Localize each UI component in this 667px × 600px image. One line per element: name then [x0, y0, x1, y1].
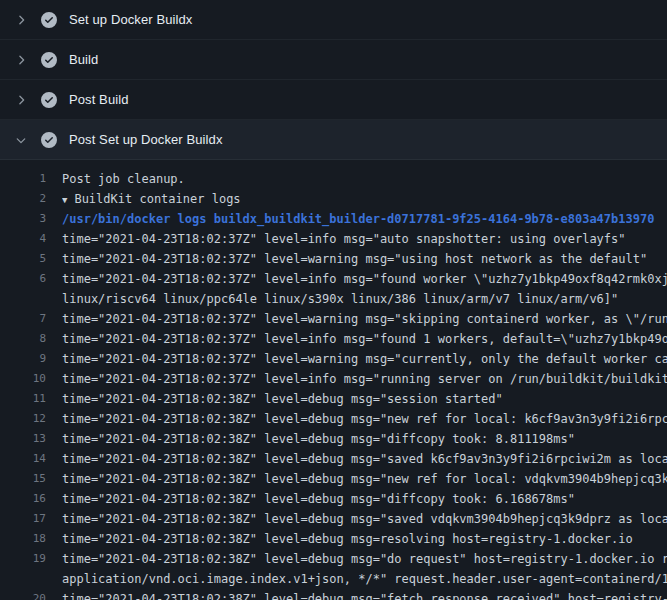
- log-line-number[interactable]: 10: [0, 369, 46, 389]
- log-line-number[interactable]: [0, 569, 46, 589]
- log-line: 1 Post job cleanup.: [0, 169, 667, 189]
- log-line: application/vnd.oci.image.index.v1+json,…: [0, 569, 667, 589]
- success-check-circle-icon: [41, 12, 57, 28]
- log-line: 16 time="2021-04-23T18:02:38Z" level=deb…: [0, 489, 667, 509]
- log-line-text: time="2021-04-23T18:02:38Z" level=debug …: [62, 549, 667, 569]
- log-line-number[interactable]: 12: [0, 409, 46, 429]
- log-line-text: time="2021-04-23T18:02:37Z" level=info m…: [62, 369, 667, 389]
- log-line-number[interactable]: 16: [0, 489, 46, 509]
- log-line-number[interactable]: 14: [0, 449, 46, 469]
- log-line-text: time="2021-04-23T18:02:38Z" level=debug …: [62, 529, 667, 549]
- log-line: 3 /usr/bin/docker logs buildx_buildkit_b…: [0, 209, 667, 229]
- log-line-number[interactable]: 6: [0, 269, 46, 289]
- log-line-number[interactable]: 18: [0, 529, 46, 549]
- log-line: 18 time="2021-04-23T18:02:38Z" level=deb…: [0, 529, 667, 549]
- chevron-right-icon[interactable]: [13, 92, 29, 108]
- log-line-text: time="2021-04-23T18:02:37Z" level=warnin…: [62, 249, 667, 269]
- log-line: 8 time="2021-04-23T18:02:37Z" level=info…: [0, 329, 667, 349]
- log-line-text: time="2021-04-23T18:02:38Z" level=debug …: [62, 489, 667, 509]
- log-line: 11 time="2021-04-23T18:02:38Z" level=deb…: [0, 389, 667, 409]
- log-line: 5 time="2021-04-23T18:02:37Z" level=warn…: [0, 249, 667, 269]
- log-line-text: time="2021-04-23T18:02:38Z" level=debug …: [62, 509, 667, 529]
- step-header[interactable]: Build: [0, 40, 667, 80]
- log-line-text: time="2021-04-23T18:02:38Z" level=debug …: [62, 389, 667, 409]
- log-line-text: time="2021-04-23T18:02:37Z" level=warnin…: [62, 309, 667, 329]
- log-group-caret-icon[interactable]: ▼: [62, 195, 67, 205]
- success-check-circle-icon: [41, 132, 57, 148]
- log-line-text: /usr/bin/docker logs buildx_buildkit_bui…: [62, 209, 667, 229]
- log-line-number[interactable]: [0, 289, 46, 309]
- log-line-text: time="2021-04-23T18:02:38Z" level=debug …: [62, 589, 667, 600]
- log-line: 15 time="2021-04-23T18:02:38Z" level=deb…: [0, 469, 667, 489]
- log-line-number[interactable]: 3: [0, 209, 46, 229]
- actions-log-viewer: Set up Docker Buildx Build Post Build: [0, 0, 667, 600]
- log-line-number[interactable]: 17: [0, 509, 46, 529]
- log-line-number[interactable]: 15: [0, 469, 46, 489]
- step-label: Post Set up Docker Buildx: [69, 132, 223, 147]
- log-line-text: time="2021-04-23T18:02:38Z" level=debug …: [62, 449, 667, 469]
- log-line: 20 time="2021-04-23T18:02:38Z" level=deb…: [0, 589, 667, 600]
- success-check-circle-icon: [41, 92, 57, 108]
- chevron-down-icon[interactable]: [13, 132, 29, 148]
- log-line-number[interactable]: 13: [0, 429, 46, 449]
- log-line-number[interactable]: 4: [0, 229, 46, 249]
- log-line-text: linux/riscv64 linux/ppc64le linux/s390x …: [62, 289, 667, 309]
- step-label: Set up Docker Buildx: [69, 12, 192, 27]
- log-line-number[interactable]: 8: [0, 329, 46, 349]
- chevron-right-icon[interactable]: [13, 52, 29, 68]
- log-line-number[interactable]: 1: [0, 169, 46, 189]
- log-line-text: time="2021-04-23T18:02:38Z" level=debug …: [62, 469, 667, 489]
- log-line: 19 time="2021-04-23T18:02:38Z" level=deb…: [0, 549, 667, 569]
- log-line-text: time="2021-04-23T18:02:38Z" level=debug …: [62, 429, 667, 449]
- log-line: 17 time="2021-04-23T18:02:38Z" level=deb…: [0, 509, 667, 529]
- success-check-circle-icon: [41, 52, 57, 68]
- log-line-text: ▼BuildKit container logs: [62, 189, 667, 209]
- log-line: 14 time="2021-04-23T18:02:38Z" level=deb…: [0, 449, 667, 469]
- log-line: 13 time="2021-04-23T18:02:38Z" level=deb…: [0, 429, 667, 449]
- log-line-number[interactable]: 20: [0, 589, 46, 600]
- log-line-number[interactable]: 19: [0, 549, 46, 569]
- log-line-text: application/vnd.oci.image.index.v1+json,…: [62, 569, 667, 589]
- log-line: 12 time="2021-04-23T18:02:38Z" level=deb…: [0, 409, 667, 429]
- step-label: Post Build: [69, 92, 129, 107]
- step-header[interactable]: Post Set up Docker Buildx: [0, 120, 667, 160]
- log-line: 6 time="2021-04-23T18:02:37Z" level=info…: [0, 269, 667, 289]
- log-line: 7 time="2021-04-23T18:02:37Z" level=warn…: [0, 309, 667, 329]
- step-header[interactable]: Post Build: [0, 80, 667, 120]
- steps-list: Set up Docker Buildx Build Post Build: [0, 0, 667, 160]
- log-line: 9 time="2021-04-23T18:02:37Z" level=warn…: [0, 349, 667, 369]
- log-line-text: Post job cleanup.: [62, 169, 667, 189]
- log-line-text: time="2021-04-23T18:02:37Z" level=info m…: [62, 269, 667, 289]
- log-line: 4 time="2021-04-23T18:02:37Z" level=info…: [0, 229, 667, 249]
- log-line-text: time="2021-04-23T18:02:37Z" level=info m…: [62, 329, 667, 349]
- log-line-text: time="2021-04-23T18:02:37Z" level=warnin…: [62, 349, 667, 369]
- step-header[interactable]: Set up Docker Buildx: [0, 0, 667, 40]
- log-line-number[interactable]: 9: [0, 349, 46, 369]
- log-line-number[interactable]: 7: [0, 309, 46, 329]
- log-line-number[interactable]: 2: [0, 189, 46, 209]
- log-line-text: time="2021-04-23T18:02:37Z" level=info m…: [62, 229, 667, 249]
- log-line-number[interactable]: 11: [0, 389, 46, 409]
- chevron-right-icon[interactable]: [13, 12, 29, 28]
- log-area: 1 Post job cleanup. 2 ▼BuildKit containe…: [0, 160, 667, 600]
- step-label: Build: [69, 52, 98, 67]
- log-line-text: time="2021-04-23T18:02:38Z" level=debug …: [62, 409, 667, 429]
- log-line: 10 time="2021-04-23T18:02:37Z" level=inf…: [0, 369, 667, 389]
- log-line: linux/riscv64 linux/ppc64le linux/s390x …: [0, 289, 667, 309]
- log-group-title: BuildKit container logs: [74, 192, 240, 206]
- log-line: 2 ▼BuildKit container logs: [0, 189, 667, 209]
- log-line-number[interactable]: 5: [0, 249, 46, 269]
